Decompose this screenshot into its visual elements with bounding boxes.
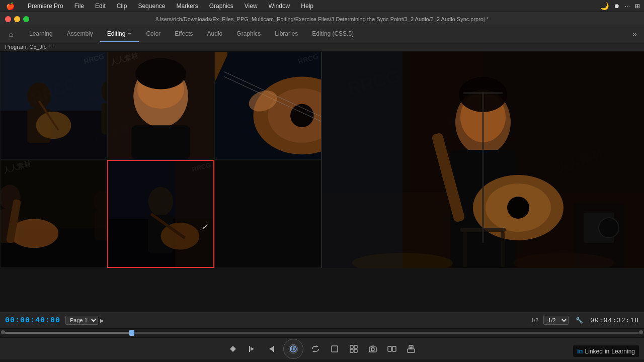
- close-button[interactable]: [5, 16, 11, 22]
- multicam-panel: RRCG 人人素材: [0, 52, 322, 268]
- trim-icon: [387, 345, 396, 353]
- tab-assembly[interactable]: Assembly: [60, 26, 100, 42]
- control-icon: ⊞: [635, 3, 640, 10]
- timecode-row: 00:00:40:00 Page 1 Page 2 ▶ 1/2 1/2 1/4 …: [0, 312, 644, 328]
- marker-button[interactable]: [226, 342, 240, 356]
- cam-cell-2[interactable]: 人人素材: [107, 52, 214, 160]
- more-workspaces-button[interactable]: »: [629, 30, 640, 39]
- out-point-button[interactable]: [264, 342, 278, 356]
- tab-audio[interactable]: Audio: [200, 26, 230, 42]
- fraction-dropdown[interactable]: 1/2 1/4 Full: [543, 316, 569, 325]
- linkedin-in: in: [605, 348, 609, 355]
- svg-rect-75: [332, 346, 338, 352]
- svg-rect-64: [249, 346, 250, 352]
- svg-point-14: [135, 58, 186, 89]
- monitor-menu-icon[interactable]: ≡: [50, 44, 53, 50]
- in-point-icon: [248, 345, 256, 353]
- loop-button[interactable]: [308, 342, 323, 356]
- menu-premiere-pro[interactable]: Premiere Pro: [26, 2, 65, 11]
- svg-rect-31: [95, 211, 107, 240]
- svg-point-3: [27, 82, 50, 110]
- marker-icon: [229, 345, 237, 353]
- stop-button[interactable]: [328, 342, 342, 356]
- scrubber-row[interactable]: [0, 328, 644, 337]
- minimize-button[interactable]: [14, 16, 20, 22]
- page-next-icon[interactable]: ▶: [100, 318, 104, 323]
- menu-file[interactable]: File: [72, 2, 86, 11]
- tab-color[interactable]: Color: [139, 26, 168, 42]
- svg-rect-83: [388, 346, 391, 351]
- trim-button[interactable]: [385, 342, 399, 356]
- traffic-lights: [5, 16, 29, 22]
- menu-clip[interactable]: Clip: [115, 2, 129, 11]
- svg-rect-66: [273, 346, 274, 352]
- svg-rect-44: [322, 52, 403, 268]
- cam5-video: [108, 161, 213, 267]
- scrubber-start-dot: [1, 330, 5, 334]
- menu-sequence[interactable]: Sequence: [136, 2, 167, 11]
- cam-cell-4[interactable]: 人人素材: [0, 160, 107, 268]
- svg-rect-13: [131, 125, 190, 159]
- record-icon: ⏺: [614, 3, 620, 10]
- video-area: RRCG 人人素材: [0, 52, 644, 312]
- loop-icon: [311, 345, 319, 353]
- home-button[interactable]: ⌂: [4, 27, 18, 41]
- page-control: Page 1 Page 2 ▶: [65, 316, 104, 325]
- page-dropdown[interactable]: Page 1 Page 2: [65, 316, 98, 325]
- wrench-icon[interactable]: 🔧: [576, 317, 583, 324]
- camera-button[interactable]: [366, 342, 380, 356]
- menu-window[interactable]: Window: [267, 2, 292, 11]
- svg-point-81: [371, 348, 374, 351]
- svg-point-58: [599, 218, 619, 238]
- editing-tab-menu-icon[interactable]: ☰: [127, 31, 132, 36]
- dots-icon: ···: [625, 3, 630, 10]
- svg-point-35: [148, 187, 174, 216]
- svg-rect-85: [408, 349, 415, 352]
- svg-rect-76: [350, 345, 353, 348]
- svg-point-5: [36, 112, 71, 139]
- scrubber-playhead[interactable]: [129, 330, 134, 336]
- svg-point-51: [507, 197, 529, 219]
- menu-graphics[interactable]: Graphics: [207, 2, 235, 11]
- cam-cell-3[interactable]: RRCG: [214, 52, 321, 160]
- multicam-button[interactable]: [347, 342, 361, 356]
- menu-bar: 🍎 Premiere Pro File Edit Clip Sequence M…: [0, 0, 644, 12]
- svg-rect-8: [101, 103, 107, 134]
- playback-controls: [0, 337, 644, 359]
- svg-rect-79: [354, 349, 357, 352]
- svg-rect-84: [392, 346, 396, 351]
- menu-markers[interactable]: Markers: [174, 2, 200, 11]
- svg-rect-34: [175, 161, 213, 267]
- linkedin-text: Linked: [585, 348, 603, 355]
- tab-effects[interactable]: Effects: [168, 26, 200, 42]
- svg-marker-73: [316, 345, 318, 347]
- apple-menu[interactable]: 🍎: [4, 1, 17, 11]
- menu-view[interactable]: View: [243, 2, 260, 11]
- export-button[interactable]: [404, 342, 418, 356]
- in-point-button[interactable]: [245, 342, 259, 356]
- controls-area: 00:00:40:00 Page 1 Page 2 ▶ 1/2 1/2 1/4 …: [0, 312, 644, 359]
- play-button[interactable]: [283, 339, 303, 359]
- learning-text: Learning: [611, 348, 635, 355]
- main-content: RRCG 人人素材: [0, 52, 644, 359]
- program-panel: RRCG 人人素材 RRCG: [322, 52, 644, 268]
- linkedin-badge: in Linkedin Learning: [573, 345, 639, 357]
- tab-editing[interactable]: Editing ☰: [100, 26, 139, 42]
- tab-libraries[interactable]: Libraries: [268, 26, 305, 42]
- tab-editing-css5[interactable]: Editing (CSS.5): [305, 26, 361, 42]
- menu-help[interactable]: Help: [299, 2, 315, 11]
- monitor-header: Program: C5_Jib ≡: [0, 42, 644, 52]
- export-icon: [407, 345, 415, 353]
- cam-cell-1[interactable]: RRCG: [0, 52, 107, 160]
- tab-graphics[interactable]: Graphics: [229, 26, 268, 42]
- scrubber-end-dot: [639, 330, 643, 334]
- scrubber-track[interactable]: [5, 332, 639, 334]
- multicam-icon: [350, 345, 358, 353]
- menu-edit[interactable]: Edit: [93, 2, 108, 11]
- out-point-icon: [267, 345, 275, 353]
- cam-cell-5[interactable]: RRCG: [107, 160, 214, 268]
- svg-marker-63: [230, 346, 236, 352]
- tab-learning[interactable]: Learning: [22, 26, 60, 42]
- maximize-button[interactable]: [23, 16, 29, 22]
- svg-rect-55: [501, 232, 505, 267]
